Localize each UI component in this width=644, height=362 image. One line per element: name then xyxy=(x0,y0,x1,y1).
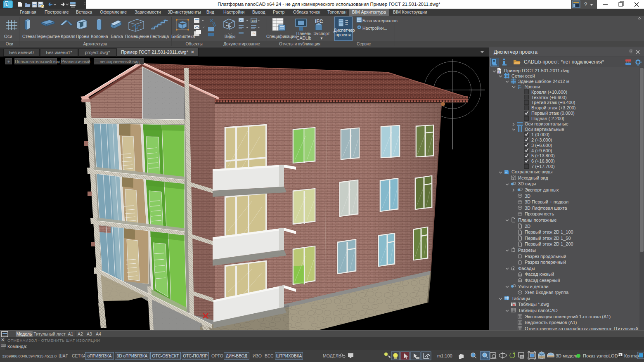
svg-text:Показ узлов: Показ узлов xyxy=(583,353,608,358)
svg-text:180: 180 xyxy=(251,19,257,23)
svg-text:LOD: LOD xyxy=(608,353,618,358)
svg-text:?: ? xyxy=(584,1,587,7)
svg-text:m1:100: m1:100 xyxy=(437,353,452,358)
svg-text:Контур: Контур xyxy=(624,353,639,358)
svg-text:3D модель: 3D модель xyxy=(556,353,578,358)
